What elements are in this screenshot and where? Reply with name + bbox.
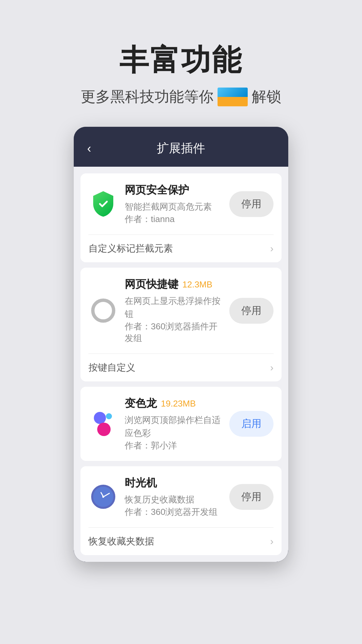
hero-section: 丰富功能 更多黑科技功能等你 解锁 (0, 0, 362, 127)
phone-header: ‹ 扩展插件 (74, 127, 288, 167)
plugin-sub-label: 恢复收藏夹数据 (88, 535, 154, 548)
plugin-info-web-shortcut: 网页快捷键 12.3MB 在网页上显示悬浮操作按钮 作者：360浏览器插件开发组 (125, 277, 223, 344)
plugin-desc: 浏览网页顶部操作栏自适应色彩 (125, 414, 223, 440)
plugin-card-web-security: 网页安全保护 智能拦截网页高危元素 作者：tianna 停用 自定义标记拦截元素… (80, 173, 282, 262)
chameleon-icon-shape (91, 412, 115, 436)
plugin-name-row: 网页快捷键 12.3MB (125, 277, 223, 292)
plugin-info-time-machine: 时光机 恢复历史收藏数据 作者：360浏览器开发组 (125, 476, 223, 518)
plugin-info-web-security: 网页安全保护 智能拦截网页高危元素 作者：tianna (125, 183, 223, 225)
plugin-size: 19.23MB (161, 398, 196, 409)
plugin-icon-chameleon (88, 409, 118, 439)
subtitle-post: 解锁 (252, 87, 281, 107)
plugin-author: 作者：360浏览器插件开发组 (125, 321, 223, 344)
hero-subtitle: 更多黑科技功能等你 解锁 (81, 87, 281, 107)
clock-center-dot (102, 496, 104, 498)
plugin-size: 12.3MB (182, 279, 213, 290)
phone-header-title: 扩展插件 (157, 140, 205, 157)
chevron-right-icon: › (270, 536, 274, 547)
chevron-right-icon: › (270, 362, 274, 373)
plugin-card-chameleon: 变色龙 19.23MB 浏览网页顶部操作栏自适应色彩 作者：郭小洋 启用 (80, 387, 282, 461)
subtitle-pre: 更多黑科技功能等你 (81, 87, 214, 107)
clock-icon-shape (91, 485, 115, 509)
plugin-info-chameleon: 变色龙 19.23MB 浏览网页顶部操作栏自适应色彩 作者：郭小洋 (125, 396, 223, 451)
plugin-name: 网页快捷键 (125, 277, 178, 292)
hero-title: 丰富功能 (119, 40, 243, 80)
plugin-name-row: 变色龙 19.23MB (125, 396, 223, 411)
enable-button-chameleon[interactable]: 启用 (229, 411, 274, 437)
clock-face (93, 487, 113, 507)
plugin-main-web-security: 网页安全保护 智能拦截网页高危元素 作者：tianna 停用 (80, 173, 282, 234)
plugin-icon-clock (88, 482, 118, 512)
plugin-sub-label: 按键自定义 (88, 361, 135, 374)
plugin-sub-row[interactable]: 自定义标记拦截元素 › (80, 235, 282, 262)
plugin-desc: 在网页上显示悬浮操作按钮 (125, 294, 223, 321)
plugin-main-chameleon: 变色龙 19.23MB 浏览网页顶部操作栏自适应色彩 作者：郭小洋 启用 (80, 387, 282, 461)
ring-shape (91, 299, 115, 323)
plugin-name: 时光机 (125, 476, 157, 490)
back-button[interactable]: ‹ (87, 142, 91, 156)
plugin-name-row: 网页安全保护 (125, 183, 223, 198)
plugin-author: 作者：360浏览器开发组 (125, 506, 223, 518)
plugin-card-web-shortcut: 网页快捷键 12.3MB 在网页上显示悬浮操作按钮 作者：360浏览器插件开发组… (80, 268, 282, 381)
plugin-author: 作者：郭小洋 (125, 440, 223, 451)
plugin-icon-shield (88, 189, 118, 219)
unlock-image (218, 88, 248, 106)
disable-button-time-machine[interactable]: 停用 (229, 484, 274, 510)
plugin-name-row: 时光机 (125, 476, 223, 490)
plugin-author: 作者：tianna (125, 213, 223, 225)
phone-card: ‹ 扩展插件 (74, 127, 288, 562)
plugin-sub-label: 自定义标记拦截元素 (88, 242, 173, 255)
plugin-icon-ring (88, 296, 118, 325)
plugin-desc: 智能拦截网页高危元素 (125, 200, 223, 213)
plugin-sub-row[interactable]: 按键自定义 › (80, 354, 282, 381)
plugin-sub-row[interactable]: 恢复收藏夹数据 › (80, 528, 282, 555)
chevron-right-icon: › (270, 243, 274, 254)
plugin-card-time-machine: 时光机 恢复历史收藏数据 作者：360浏览器开发组 停用 恢复收藏夹数据 › (80, 466, 282, 555)
disable-button-web-security[interactable]: 停用 (229, 191, 274, 217)
plugin-desc: 恢复历史收藏数据 (125, 493, 223, 506)
plugin-name: 变色龙 (125, 396, 157, 411)
disable-button-web-shortcut[interactable]: 停用 (229, 298, 274, 324)
plugin-main-web-shortcut: 网页快捷键 12.3MB 在网页上显示悬浮操作按钮 作者：360浏览器插件开发组… (80, 268, 282, 354)
plugin-name: 网页安全保护 (125, 183, 189, 198)
plugin-main-time-machine: 时光机 恢复历史收藏数据 作者：360浏览器开发组 停用 (80, 466, 282, 527)
phone-content: 网页安全保护 智能拦截网页高危元素 作者：tianna 停用 自定义标记拦截元素… (74, 167, 288, 562)
